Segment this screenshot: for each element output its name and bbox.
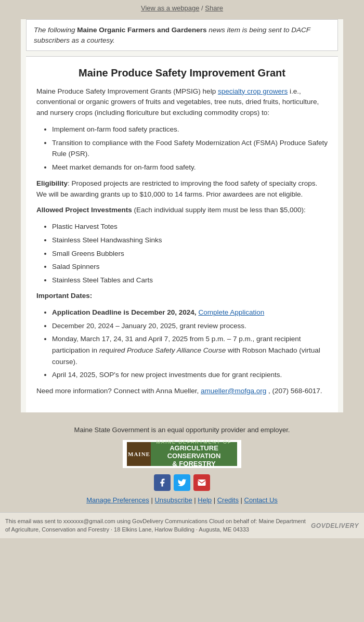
separator: |	[214, 496, 217, 504]
list-item: Meet market demands for on-farm food saf…	[52, 162, 328, 173]
email-container: The following Maine Organic Farmers and …	[21, 19, 343, 412]
govdelivery-logo: GOVDELIVERY	[311, 521, 359, 530]
eligibility-text: : Proposed projects are restricted to im…	[36, 179, 317, 198]
contact-us-link[interactable]: Contact Us	[244, 496, 278, 504]
main-content: Maine Produce Safety Improvement Grant M…	[26, 57, 338, 412]
complete-application-link[interactable]: Complete Application	[198, 308, 264, 316]
list-item: Stainless Steel Handwashing Sinks	[52, 235, 328, 246]
help-link[interactable]: Help	[198, 496, 212, 504]
bottom-bar-message: This email was sent to xxxxxxx@gmail.com…	[5, 518, 306, 533]
footer-links: Manage Preferences | Unsubscribe | Help …	[10, 496, 354, 504]
course-name-italic: required Produce Safety Alliance Course	[99, 346, 226, 354]
unsubscribe-link[interactable]: Unsubscribe	[154, 496, 192, 504]
dates-list: Application Deadline is December 20, 202…	[52, 307, 328, 381]
manage-preferences-link[interactable]: Manage Preferences	[86, 496, 149, 504]
intro-para-prefix: Maine Produce Safety Improvement Grants …	[36, 87, 216, 95]
email-share-icon[interactable]	[193, 474, 210, 491]
contact-text: Need more information? Connect with Anna…	[36, 387, 199, 395]
grant-title: Maine Produce Safety Improvement Grant	[36, 67, 328, 79]
intro-org-name: Maine Organic Farmers and Gardeners	[77, 26, 206, 34]
logo-m-text: maine	[128, 451, 150, 457]
separator: /	[201, 4, 203, 12]
list-item: April 14, 2025, SOP's for new project in…	[52, 369, 328, 381]
list-item: December 20, 2024 – January 20, 2025, gr…	[52, 320, 328, 332]
logo-text-block: MAINE DEPARTMENT OF AGRICULTURE CONSERVA…	[151, 442, 237, 466]
intro-paragraph: Maine Produce Safety Improvement Grants …	[36, 86, 328, 119]
list-item: Plastic Harvest Totes	[52, 221, 328, 232]
allowed-text: (Each individual supply item must be les…	[132, 206, 306, 214]
govdelivery-brand: GOVDELIVERY	[311, 522, 359, 529]
footer-logo-area: maine MAINE DEPARTMENT OF AGRICULTURE CO…	[10, 440, 354, 468]
top-bar: View as a webpage / Share	[0, 0, 364, 15]
list-item: Application Deadline is December 20, 202…	[52, 307, 328, 318]
intro-prefix: The following	[34, 26, 75, 34]
specialty-crop-growers-link[interactable]: specialty crop growers	[218, 87, 288, 95]
important-dates-heading: Important Dates:	[36, 291, 328, 302]
footer: Maine State Government is an equal oppor…	[0, 418, 364, 512]
allowed-label: Allowed Project Investments	[36, 206, 132, 214]
contact-email-link[interactable]: amueller@mofga.org	[201, 387, 266, 395]
bottom-bar-text: This email was sent to xxxxxxx@gmail.com…	[5, 517, 306, 534]
list-item: Monday, March 17, 24, 31 and April 7, 20…	[52, 333, 328, 367]
department-logo: maine MAINE DEPARTMENT OF AGRICULTURE CO…	[123, 440, 241, 468]
facebook-icon[interactable]	[154, 474, 171, 491]
intro-box: The following Maine Organic Farmers and …	[26, 19, 338, 51]
contact-paragraph: Need more information? Connect with Anna…	[36, 386, 328, 397]
deadline-bold: Application Deadline is December 20, 202…	[52, 308, 197, 316]
list-item: Stainless Steel Tables and Carts	[52, 275, 328, 286]
logo-dept2: CONSERVATION	[156, 452, 231, 460]
goals-list: Implement on-farm food safety practices.…	[52, 124, 328, 173]
social-icons-row	[10, 474, 354, 491]
logo-dept3: & FORESTRY	[156, 460, 231, 468]
bottom-bar: This email was sent to xxxxxxx@gmail.com…	[0, 512, 364, 538]
list-item: Implement on-farm food safety practices.	[52, 124, 328, 135]
view-as-webpage-link[interactable]: View as a webpage	[141, 4, 200, 12]
contact-phone: , (207) 568-6017.	[268, 387, 322, 395]
eligibility-paragraph: Eligibility: Proposed projects are restr…	[36, 178, 328, 200]
logo-m-block: maine	[127, 442, 151, 466]
eligibility-label: Eligibility	[36, 179, 68, 187]
list-item: Small Greens Bubblers	[52, 248, 328, 260]
share-link[interactable]: Share	[205, 4, 223, 12]
allowed-investments-paragraph: Allowed Project Investments (Each indivi…	[36, 205, 328, 216]
credits-link[interactable]: Credits	[217, 496, 239, 504]
equal-opportunity-text: Maine State Government is an equal oppor…	[10, 426, 354, 434]
separator: |	[241, 496, 244, 504]
list-item: Salad Spinners	[52, 261, 328, 273]
logo-dept1: AGRICULTURE	[156, 445, 231, 452]
allowed-items-list: Plastic Harvest Totes Stainless Steel Ha…	[52, 221, 328, 286]
twitter-icon[interactable]	[174, 474, 190, 491]
list-item: Transition to compliance with the Food S…	[52, 137, 328, 160]
